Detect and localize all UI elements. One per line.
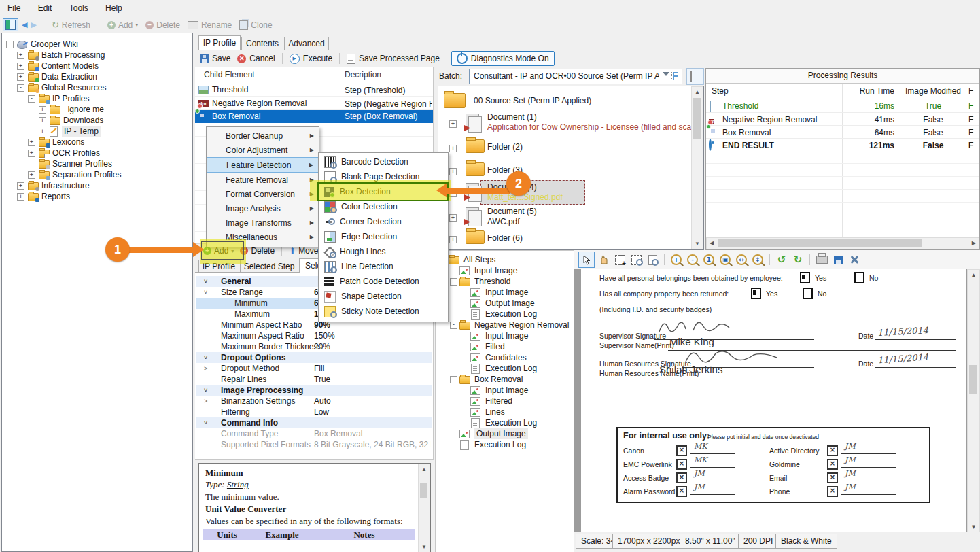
- print-button[interactable]: [814, 252, 829, 267]
- expander-icon[interactable]: [17, 193, 24, 201]
- steps-item[interactable]: Input Image: [435, 330, 571, 341]
- scroll-up-icon[interactable]: ▲: [968, 272, 979, 278]
- tab-prop-selected-step[interactable]: Selected Step: [240, 260, 298, 273]
- scroll-down-icon[interactable]: ▼: [419, 544, 430, 550]
- help-scrollbar[interactable]: ▲ ▼: [418, 464, 430, 552]
- cancel-button[interactable]: ✕Cancel: [234, 52, 277, 65]
- tree-item-ignore-me[interactable]: _ignore me: [2, 104, 191, 115]
- prop-group-dropout-options[interactable]: ˅Dropout Options: [196, 352, 432, 363]
- child-row-threshold[interactable]: Threshold: [198, 84, 248, 95]
- tab-advanced[interactable]: Advanced: [284, 37, 329, 50]
- batch-item-title[interactable]: Document (1): [487, 112, 537, 122]
- scroll-up-icon[interactable]: ▲: [419, 466, 430, 472]
- zoom-out-button[interactable]: -: [685, 252, 700, 267]
- steps-item[interactable]: Execution Log: [435, 363, 571, 374]
- menu-item-corner-detection[interactable]: Corner Detection: [319, 214, 448, 229]
- fit-height-button[interactable]: ↕: [750, 252, 765, 267]
- expander-icon[interactable]: [39, 128, 46, 135]
- prop-row-max-aspect-ratio[interactable]: Maximum Aspect Ratio150%: [196, 330, 432, 341]
- zoom-in-button[interactable]: +: [669, 252, 684, 267]
- steps-item[interactable]: Filtered: [435, 396, 571, 407]
- scroll-up-icon[interactable]: ▲: [692, 89, 703, 95]
- steps-item[interactable]: Execution Log: [435, 417, 571, 428]
- prop-row-dropout-method[interactable]: ˃Dropout MethodFill: [196, 363, 432, 374]
- clone-button[interactable]: Clone: [237, 20, 274, 31]
- forward-icon[interactable]: ▶: [31, 20, 36, 29]
- expander-icon[interactable]: [449, 214, 457, 222]
- prop-row-repair-lines[interactable]: Repair LinesTrue: [196, 374, 432, 385]
- batch-item-title[interactable]: Folder (2): [487, 142, 523, 152]
- prop-group-command-info[interactable]: ˅Command Info: [196, 417, 432, 428]
- expander-icon[interactable]: [449, 236, 457, 243]
- tree-item-downloads[interactable]: Downloads: [2, 115, 191, 126]
- view-document-button[interactable]: [686, 68, 704, 85]
- result-row-negative-region-removal[interactable]: Im Negative Region Removal 41ms False F: [706, 112, 979, 126]
- chevron-down-icon[interactable]: ˅: [204, 352, 207, 363]
- delete-button-top[interactable]: −Delete: [143, 20, 182, 31]
- expander-icon[interactable]: [17, 84, 24, 92]
- result-row-end-result[interactable]: END RESULT 121ms False F: [706, 138, 979, 152]
- expander-icon[interactable]: [28, 95, 35, 103]
- expander-icon[interactable]: [6, 41, 14, 48]
- expander-icon[interactable]: [28, 150, 35, 157]
- rotate-right-button[interactable]: ↻: [790, 252, 805, 267]
- menu-item-format-conversion[interactable]: Format Conversion▶: [207, 187, 319, 201]
- prop-group-image-preprocessing[interactable]: ˅Image Preprocessing: [196, 385, 432, 396]
- expander-icon[interactable]: [28, 171, 35, 179]
- result-row-box-removal[interactable]: Box Removal 64ms False F: [706, 125, 979, 139]
- scroll-down-icon[interactable]: ▼: [692, 241, 703, 247]
- menu-item-image-analysis[interactable]: Image Analysis▶: [207, 201, 319, 215]
- tree-item-infrastructure[interactable]: Infrastructure: [2, 180, 191, 191]
- navigate-button[interactable]: [3, 18, 18, 31]
- fit-page-button[interactable]: ▣: [718, 252, 733, 267]
- save-image-button[interactable]: [830, 252, 845, 267]
- expander-icon[interactable]: [450, 322, 457, 329]
- region-select-button[interactable]: +: [612, 252, 627, 267]
- scroll-left-icon[interactable]: ◀: [710, 240, 714, 246]
- tree-item-lexicons[interactable]: Lexicons: [2, 137, 191, 148]
- batch-item-title[interactable]: Document (5): [487, 207, 537, 216]
- refresh-button[interactable]: ↻Refresh: [50, 19, 92, 31]
- chevron-down-icon[interactable]: ˅: [204, 417, 207, 428]
- tab-ip-profile[interactable]: IP Profile: [198, 35, 241, 50]
- menu-item-edge-detection[interactable]: Edge Detection: [319, 229, 448, 244]
- fit-width-button[interactable]: ↔: [734, 252, 749, 267]
- save-processed-page-button[interactable]: Save Processed Page: [344, 52, 442, 65]
- menu-help[interactable]: Help: [98, 0, 130, 17]
- viewer-canvas[interactable]: Have all personal belongings been obtain…: [574, 269, 980, 532]
- chevron-down-icon[interactable]: ˅: [204, 385, 207, 396]
- column-header-step[interactable]: Step: [712, 86, 729, 96]
- menu-item-border-cleanup[interactable]: Border Cleanup▶: [207, 128, 319, 143]
- save-button[interactable]: Save: [197, 52, 233, 65]
- expander-icon[interactable]: [17, 52, 24, 59]
- pointer-tool-button[interactable]: [578, 252, 595, 268]
- tree-item-content-models[interactable]: Content Models: [2, 61, 191, 71]
- column-header-child-element[interactable]: Child Element: [204, 70, 255, 80]
- prop-row-filtering[interactable]: FilteringLow: [196, 407, 432, 417]
- expander-icon[interactable]: [17, 63, 24, 70]
- column-header-run-time[interactable]: Run Time: [843, 86, 894, 96]
- pan-tool-button[interactable]: [596, 252, 611, 267]
- menu-item-feature-removal[interactable]: Feature Removal▶: [207, 173, 319, 187]
- diagnostics-mode-toggle[interactable]: Diagnostics Mode On: [451, 51, 555, 66]
- scroll-down-icon[interactable]: ▼: [968, 524, 979, 530]
- add-button-top[interactable]: +Add▾: [105, 20, 140, 31]
- results-hscrollbar[interactable]: ◀ ▶: [706, 237, 979, 249]
- expander-icon[interactable]: [450, 278, 457, 286]
- menu-item-patch-code-detection[interactable]: Patch Code Detection: [319, 274, 448, 289]
- viewer-settings-button[interactable]: [847, 252, 862, 267]
- expander-icon[interactable]: [28, 139, 35, 146]
- steps-item[interactable]: Filled: [435, 341, 571, 352]
- menu-item-color-detection[interactable]: Color Detection: [319, 199, 448, 214]
- menu-item-shape-detection[interactable]: Shape Detection: [319, 289, 448, 304]
- expander-icon[interactable]: [39, 106, 46, 114]
- expander-icon[interactable]: [450, 376, 457, 383]
- batch-selector[interactable]: Consultant - IP and OCR•00 Source Set (P…: [469, 69, 682, 84]
- steps-item[interactable]: Output Image: [435, 298, 571, 309]
- steps-item[interactable]: Input Image: [435, 287, 571, 298]
- batch-root-label[interactable]: 00 Source Set (Perm IP Applied): [474, 96, 591, 105]
- tree-item-ip-temp[interactable]: IP - Temp: [2, 126, 191, 137]
- scrollbar-thumb[interactable]: [718, 239, 922, 247]
- back-icon[interactable]: ◀: [22, 20, 27, 29]
- expander-icon[interactable]: [449, 145, 457, 152]
